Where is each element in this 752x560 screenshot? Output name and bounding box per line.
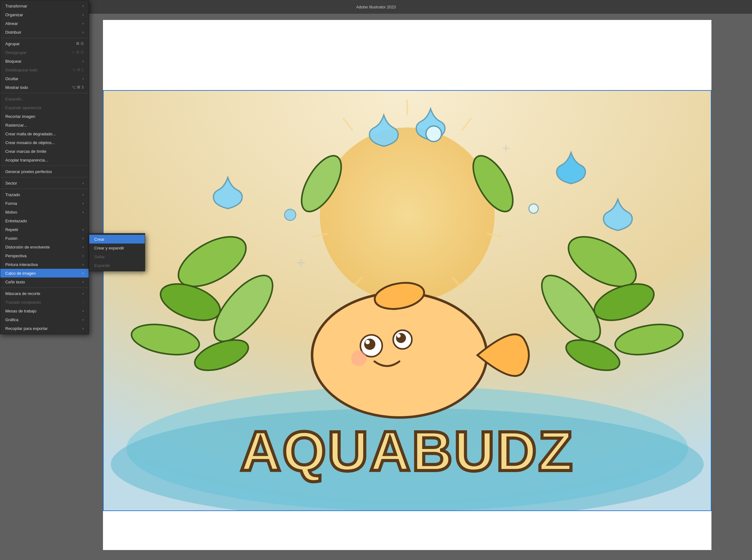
menu-item-expandir-apariencia: Expandir apariencia [0, 103, 89, 112]
app-title: Adobe Illustrator 2023 [356, 5, 396, 9]
menu-item-ocultar[interactable]: Ocultar › [0, 74, 89, 83]
submenu-item-expandir: Expandir [89, 261, 145, 270]
menu-item-grafica[interactable]: Gráfica › [0, 315, 89, 324]
menu-item-calco-imagen[interactable]: Calco de imagen › [0, 269, 89, 278]
menu-item-mesas-trabajo[interactable]: Mesas de trabajo › [0, 306, 89, 315]
menu-item-crear-malla[interactable]: Crear malla de degradado... [0, 129, 89, 138]
calco-submenu: Crear Crear y expandir Soltar Expandir [89, 233, 145, 271]
separator-5 [0, 188, 89, 189]
separator-2 [0, 93, 89, 93]
menu-item-sector[interactable]: Sector › [0, 179, 89, 187]
menu-item-acoplar-transparencia[interactable]: Acoplar transparencia... [0, 156, 89, 164]
menu-item-fusion[interactable]: Fusión › [0, 234, 89, 243]
menu-item-alinear[interactable]: Alinear › [0, 19, 89, 28]
submenu-item-crear[interactable]: Crear [89, 235, 145, 243]
menu-item-distribuir[interactable]: Distribuir › [0, 28, 89, 37]
menu-item-distorsion[interactable]: Distorsión de envolvente › [0, 243, 89, 251]
menu-item-cenir-texto[interactable]: Ceñir texto › [0, 278, 89, 286]
menu-item-transformar[interactable]: Transformar › [0, 2, 89, 10]
svg-point-32 [364, 339, 375, 350]
svg-point-27 [529, 204, 538, 213]
canvas-area: + + AQUABUDZ [0, 14, 752, 560]
menu-item-perspectiva[interactable]: Perspectiva › [0, 251, 89, 260]
menu-item-desagrupar: Desagrupar ⇧ ⌘ G [0, 48, 89, 57]
menu-item-forma[interactable]: Forma › [0, 199, 89, 208]
menu-item-organizar[interactable]: Organizar › [0, 10, 89, 19]
menu-item-recortar-imagen[interactable]: Recortar imagen [0, 112, 89, 121]
separator-1 [0, 38, 89, 38]
svg-point-30 [312, 293, 487, 418]
submenu-item-soltar: Soltar [89, 252, 145, 261]
menu-item-entrelazado[interactable]: Entrelazado [0, 216, 89, 225]
menu-item-crear-mosaico[interactable]: Crear mosaico de objetos... [0, 138, 89, 147]
menu-item-motivo[interactable]: Motivo › [0, 208, 89, 216]
menu-item-repetir[interactable]: Repetir › [0, 225, 89, 234]
menu-item-pintura-interactiva[interactable]: Pintura interactiva › [0, 260, 89, 269]
menu-item-crear-marcas[interactable]: Crear marcas de límite [0, 147, 89, 156]
menu-item-trazado-compuesto: Trazado compuesto › [0, 298, 89, 306]
menu-item-recopilar-exportar[interactable]: Recopilar para exportar › [0, 324, 89, 333]
illustration: + + AQUABUDZ [103, 90, 711, 511]
menu-item-mostrar-todo[interactable]: Mostrar todo ⌥ ⌘ 3 [0, 83, 89, 92]
svg-point-25 [426, 126, 442, 142]
menu-item-rasterizar[interactable]: Rasterizar... [0, 121, 89, 129]
svg-text:+: + [502, 141, 509, 155]
submenu-item-crear-expandir[interactable]: Crear y expandir [89, 243, 145, 252]
svg-point-33 [365, 340, 370, 344]
svg-point-38 [351, 351, 367, 366]
menu-item-bloquear[interactable]: Bloquear › [0, 57, 89, 65]
menu-item-generar-pixeles[interactable]: Generar píxeles perfectos [0, 167, 89, 176]
svg-point-3 [320, 127, 495, 302]
menu-item-expandir: Expandir... [0, 95, 89, 103]
menu-item-mascara-recorte[interactable]: Máscara de recorte › [0, 289, 89, 298]
svg-text:AQUABUDZ: AQUABUDZ [240, 420, 574, 482]
separator-3 [0, 165, 89, 166]
svg-point-36 [397, 334, 401, 338]
object-menu: Transformar › Organizar › Alinear › Dist… [0, 0, 89, 334]
menu-item-trazado[interactable]: Trazado › [0, 190, 89, 199]
artboard: + + AQUABUDZ [103, 20, 711, 550]
menu-item-desbloquear-todo: Desbloquear todo ⌥ ⌘ 2 [0, 65, 89, 74]
separator-6 [0, 287, 89, 288]
menu-item-agrupar[interactable]: Agrupar ⌘ G [0, 39, 89, 48]
separator-4 [0, 177, 89, 177]
svg-point-26 [285, 209, 296, 220]
svg-text:+: + [296, 254, 306, 271]
title-bar: Adobe Illustrator 2023 [0, 0, 752, 14]
